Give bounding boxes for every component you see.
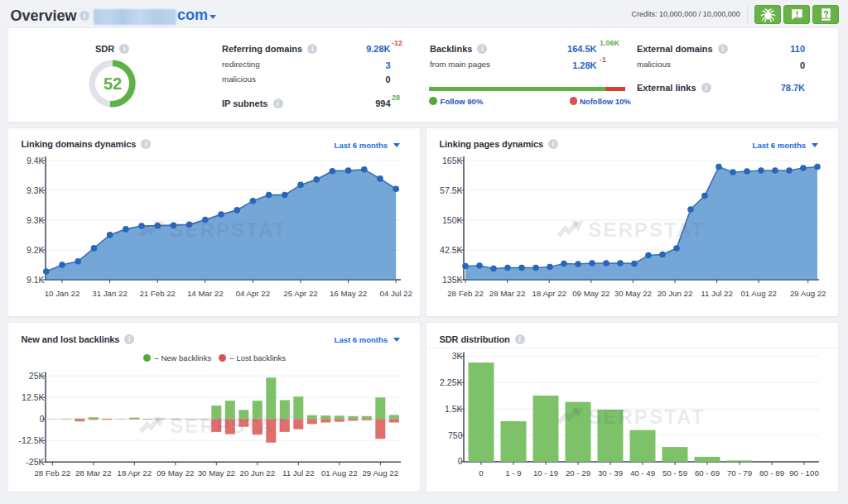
svg-text:1 - 9: 1 - 9 [505,468,521,478]
svg-text:21 Feb 22: 21 Feb 22 [139,289,176,298]
svg-text:18 Apr 22: 18 Apr 22 [118,468,152,478]
svg-text:18 Apr 22: 18 Apr 22 [532,289,566,298]
svg-text:29 Aug 22: 29 Aug 22 [362,468,398,478]
svg-text:150K: 150K [442,215,463,225]
svg-text:29 Aug 22: 29 Aug 22 [790,289,826,298]
svg-text:30 May 22: 30 May 22 [614,289,652,298]
svg-text:28 Feb 22: 28 Feb 22 [447,289,484,298]
svg-text:28 Feb 22: 28 Feb 22 [34,468,70,478]
svg-text:60 - 69: 60 - 69 [695,468,720,478]
svg-text:09 May 22: 09 May 22 [157,468,194,478]
svg-text:31 Jan 22: 31 Jan 22 [92,289,128,298]
svg-text:-12.5K: -12.5K [19,435,45,445]
svg-text:70 - 79: 70 - 79 [727,468,752,478]
svg-text:20 - 29: 20 - 29 [566,468,590,478]
svg-text:04 Apr 22: 04 Apr 22 [236,289,270,298]
svg-text:SERPSTAT: SERPSTAT [170,218,287,241]
svg-text:11 Jul 22: 11 Jul 22 [282,468,315,478]
svg-text:25 Apr 22: 25 Apr 22 [283,289,317,298]
svg-text:52: 52 [103,75,121,94]
svg-text:9.2K: 9.2K [26,245,45,255]
svg-text:01 Aug 22: 01 Aug 22 [321,468,358,478]
svg-text:14 Mar 22: 14 Mar 22 [187,289,224,298]
svg-text:30 May 22: 30 May 22 [198,468,235,478]
svg-text:16 May 22: 16 May 22 [330,289,367,298]
svg-text:20 Jun 22: 20 Jun 22 [240,468,276,478]
svg-text:57.5K: 57.5K [440,185,462,195]
svg-text:28 Mar 22: 28 Mar 22 [75,468,112,478]
svg-text:11 Jul 22: 11 Jul 22 [701,289,733,298]
svg-text:2.25K: 2.25K [440,377,462,387]
svg-text:750: 750 [448,430,463,440]
svg-text:80 - 89: 80 - 89 [759,468,784,478]
svg-text:9.3K: 9.3K [26,215,45,225]
svg-text:SERPSTAT: SERPSTAT [588,406,705,428]
svg-text:-25K: -25K [26,457,44,467]
svg-text:SERPSTAT: SERPSTAT [170,415,287,437]
svg-text:9.1K: 9.1K [26,275,45,285]
svg-text:0: 0 [40,414,45,424]
svg-text:20 Jun 22: 20 Jun 22 [658,289,693,298]
svg-text:40 - 49: 40 - 49 [630,468,655,478]
svg-text:SERPSTAT: SERPSTAT [588,218,705,241]
svg-text:04 Jul 22: 04 Jul 22 [380,289,412,298]
svg-text:25K: 25K [29,371,45,381]
svg-text:90 - 100: 90 - 100 [789,468,819,478]
svg-text:42.5K: 42.5K [440,245,462,255]
svg-text:50 - 59: 50 - 59 [662,468,687,478]
svg-text:165K: 165K [442,156,463,166]
svg-text:135K: 135K [442,275,463,285]
svg-text:09 May 22: 09 May 22 [572,289,610,298]
svg-text:30 - 39: 30 - 39 [598,468,623,478]
svg-text:9.3K: 9.3K [26,185,45,195]
svg-text:9.4K: 9.4K [26,156,45,166]
svg-text:28 Mar 22: 28 Mar 22 [489,289,526,298]
svg-text:3K: 3K [452,351,463,361]
svg-text:0: 0 [479,468,484,478]
svg-text:12.5K: 12.5K [22,392,44,402]
svg-text:10 Jan 22: 10 Jan 22 [45,289,80,298]
svg-text:1.5K: 1.5K [445,404,463,414]
svg-text:10 - 19: 10 - 19 [533,468,558,478]
svg-text:01 Aug 22: 01 Aug 22 [740,289,777,298]
